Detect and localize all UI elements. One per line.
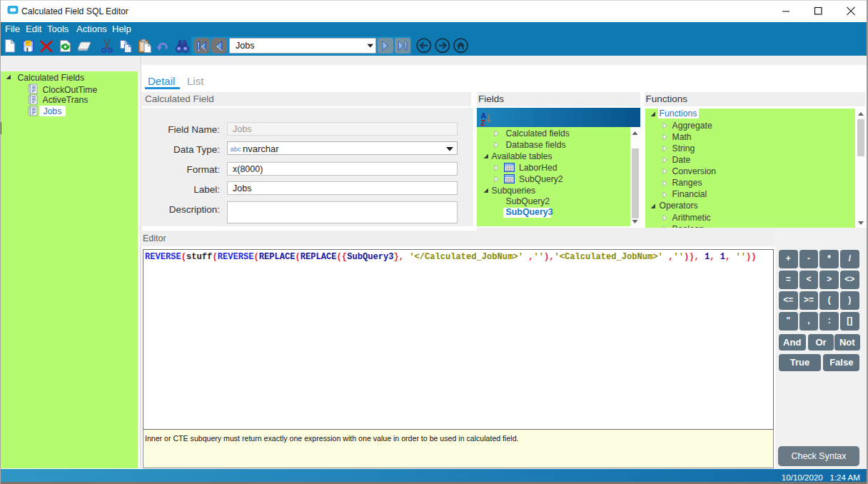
svg-text:Z: Z bbox=[480, 119, 485, 127]
